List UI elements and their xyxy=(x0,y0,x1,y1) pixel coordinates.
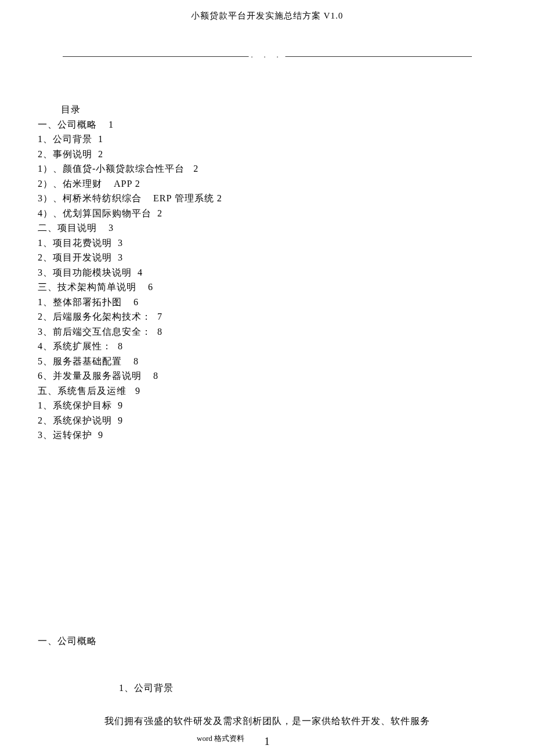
toc-line: 4）、优划算国际购物平台 2 xyxy=(38,206,534,221)
page-number: 1 xyxy=(265,736,270,748)
toc-line: 二、项目说明 3 xyxy=(38,220,534,236)
toc-line: 5、服务器基础配置 8 xyxy=(38,354,534,369)
toc-line: 2）、佑米理财 APP 2 xyxy=(38,176,534,191)
toc-line: 1）、颜值贷-小额贷款综合性平台 2 xyxy=(38,161,534,176)
toc-line: 五、系统售后及运维 9 xyxy=(38,384,534,399)
toc-line: 4、系统扩展性： 8 xyxy=(38,339,534,354)
toc-line: 2、项目开发说明 3 xyxy=(38,250,534,265)
toc-heading: 目录 xyxy=(61,102,534,117)
table-of-contents: 目录 一、公司概略 1 1、公司背景 1 2、事例说明 2 1）、颜值贷-小额贷… xyxy=(38,102,534,443)
toc-line: 1、整体部署拓扑图 6 xyxy=(38,295,534,310)
toc-line: 三、技术架构简单说明 6 xyxy=(38,280,534,295)
document-header-title: 小额贷款平台开发实施总结方案 V1.0 xyxy=(0,0,534,21)
footer-note: word 格式资料 xyxy=(116,733,325,744)
subsection-title: 1、公司背景 xyxy=(119,682,496,694)
horizontal-rule: . . . xyxy=(63,56,472,57)
toc-line: 1、公司背景 1 xyxy=(38,132,534,147)
toc-line: 6、并发量及服务器说明 8 xyxy=(38,368,534,384)
paragraph-text: 我们拥有强盛的软件研发及需求剖析团队，是一家供给软件开发、软件服务 xyxy=(104,715,496,728)
toc-line: 3）、柯桥米特纺织综合 ERP 管理系统 2 xyxy=(38,191,534,206)
toc-line: 3、前后端交互信息安全： 8 xyxy=(38,324,534,339)
toc-line: 2、系统保护说明 9 xyxy=(38,413,534,428)
body-section: 一、公司概略 1、公司背景 我们拥有强盛的软件研发及需求剖析团队，是一家供给软件… xyxy=(38,635,496,744)
toc-line: 2、后端服务化架构技术： 7 xyxy=(38,309,534,324)
toc-line: 2、事例说明 2 xyxy=(38,147,534,162)
toc-line: 1、项目花费说明 3 xyxy=(38,236,534,251)
toc-line: 一、公司概略 1 xyxy=(38,117,534,132)
toc-line: 3、项目功能模块说明 4 xyxy=(38,265,534,280)
decorative-dots: . . . xyxy=(249,51,286,60)
toc-line: 1、系统保护目标 9 xyxy=(38,398,534,413)
toc-line: 3、运转保护 9 xyxy=(38,428,534,443)
section-title: 一、公司概略 xyxy=(38,635,496,648)
